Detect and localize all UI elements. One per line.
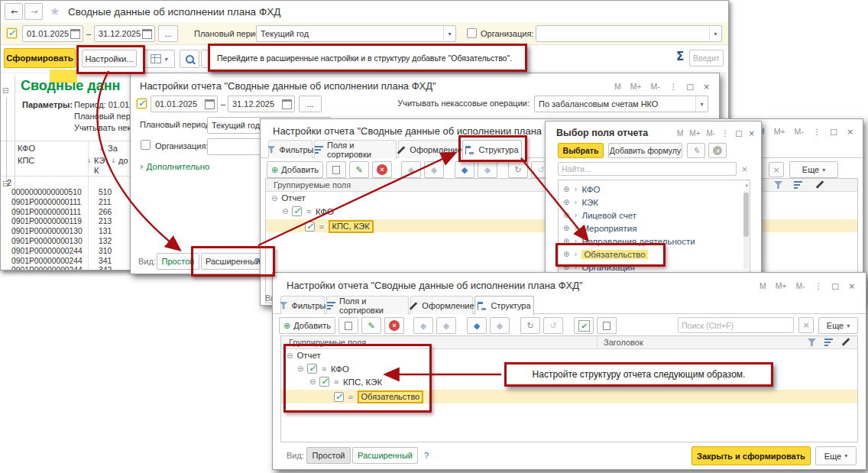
checkbox-checked[interactable]: ✓: [307, 364, 317, 374]
calendar-icon[interactable]: [142, 29, 152, 39]
edit-button[interactable]: ✎: [687, 143, 705, 158]
move-down-button[interactable]: ◆: [436, 317, 456, 334]
chevron-right-icon[interactable]: ›: [574, 211, 577, 219]
maximize-icon[interactable]: □: [735, 129, 742, 138]
m-minus-button[interactable]: М-: [706, 129, 715, 138]
add-button[interactable]: ⊕Добавить: [267, 161, 323, 178]
m-minus-button[interactable]: М-: [795, 127, 804, 136]
date-from-field[interactable]: 01.01.2025: [22, 25, 83, 42]
table-row[interactable]: 0901P00000000130 132: [11, 237, 112, 247]
edit-button[interactable]: ✎: [361, 317, 381, 334]
expand-icon[interactable]: ⊕: [563, 198, 569, 206]
move-left-button[interactable]: ◆: [467, 317, 487, 334]
tree-node-report[interactable]: ⊖ Отчет: [271, 193, 306, 202]
collapse-icon[interactable]: ⊖: [271, 194, 277, 202]
move-right-button[interactable]: ◆: [478, 161, 497, 178]
maximize-icon[interactable]: □: [686, 82, 694, 91]
group-collapse-icon[interactable]: ⊟: [2, 86, 8, 95]
m-button[interactable]: М: [677, 129, 683, 138]
col-header-kps[interactable]: КПС: [18, 156, 34, 165]
collapse-icon[interactable]: ⊖: [287, 352, 293, 360]
add-button[interactable]: ⊕Добавить: [279, 317, 335, 334]
chevron-right-icon[interactable]: ›: [574, 198, 577, 206]
close-icon[interactable]: ×: [847, 127, 853, 136]
search-clear-button[interactable]: ×: [769, 162, 784, 177]
sum-sigma-icon[interactable]: Σ: [676, 50, 684, 63]
calendar-icon[interactable]: [282, 99, 292, 109]
period-more-button[interactable]: ...: [299, 96, 322, 112]
check-all-button[interactable]: ✓: [574, 317, 594, 334]
find-input[interactable]: [558, 162, 737, 176]
copy-button[interactable]: [326, 161, 346, 178]
move-left-button[interactable]: ◆: [455, 161, 474, 178]
sort-icon[interactable]: ↓: [99, 145, 104, 152]
edit-button[interactable]: ✎: [349, 161, 369, 178]
group-row-value[interactable]: 2: [7, 178, 11, 187]
group-button[interactable]: ↻: [520, 317, 540, 334]
select-button[interactable]: Выбрать: [558, 143, 604, 158]
expand-icon[interactable]: ⊕: [563, 250, 569, 258]
collapse-icon[interactable]: ⊖: [282, 207, 288, 215]
chevron-right-icon[interactable]: ›: [574, 185, 577, 193]
date-to-field[interactable]: 31.12.2025: [228, 96, 295, 112]
collapse-icon[interactable]: ⊖: [309, 377, 316, 386]
table-row[interactable]: 0000000000000510 510: [11, 188, 112, 198]
table-row[interactable]: 0901P00000000244 342: [11, 266, 112, 271]
chevron-down-icon[interactable]: ▾: [709, 26, 721, 41]
plan-period-select[interactable]: Текущий год▾: [256, 25, 456, 42]
sort-icon[interactable]: ↓: [86, 157, 92, 164]
scrollbar-thumb[interactable]: [743, 193, 749, 237]
checkbox-checked[interactable]: ✓: [305, 222, 315, 232]
tree-node-report[interactable]: ⊖ Отчет: [287, 351, 321, 360]
field-list-item[interactable]: ⊕ › Лицевой счет: [559, 209, 750, 222]
table-row[interactable]: 0901P00000000111 211: [11, 198, 112, 208]
search-clear-button[interactable]: ×: [798, 317, 814, 333]
tree-node-kfo[interactable]: ⊖ ✓ ≡ КФО: [282, 206, 334, 216]
kebab-menu-icon[interactable]: ⋮: [813, 127, 821, 136]
tab-filters[interactable]: Фильтры: [280, 296, 325, 314]
more-button[interactable]: Еще▾: [818, 317, 858, 334]
org-checkbox[interactable]: [467, 28, 477, 38]
chevron-right-icon[interactable]: ›: [574, 263, 577, 271]
find-clear-icon[interactable]: ×: [741, 164, 748, 174]
date-to-field[interactable]: 31.12.2025: [94, 25, 155, 42]
kebab-menu-icon[interactable]: ⋮: [669, 82, 678, 91]
field-list-item[interactable]: ⊕ › КЭК: [559, 196, 750, 209]
expand-icon[interactable]: ⊕: [563, 237, 569, 245]
col-header-do[interactable]: до: [118, 156, 131, 165]
calendar-icon[interactable]: [205, 99, 215, 109]
group-button[interactable]: ↻: [508, 161, 528, 178]
org-checkbox[interactable]: [141, 140, 151, 150]
field-list-item[interactable]: ⊕ › Направления деятельности: [559, 235, 750, 248]
tree-node-kfo[interactable]: ⊖ ✓ ≡ КФО: [297, 364, 349, 374]
generate-button[interactable]: Сформировать: [4, 48, 76, 68]
chevron-down-icon[interactable]: ▾: [443, 26, 455, 41]
period-more-button[interactable]: ...: [158, 25, 178, 42]
m-plus-button[interactable]: М+: [630, 82, 642, 91]
tab-structure[interactable]: Структура: [462, 140, 522, 159]
additional-link[interactable]: ›Дополнительно: [140, 161, 209, 172]
checkbox-checked[interactable]: ✓: [319, 377, 329, 387]
settings-button[interactable]: Настройки...: [82, 50, 137, 67]
maximize-icon[interactable]: □: [830, 127, 837, 136]
expand-icon[interactable]: ⊕: [563, 224, 569, 232]
tree-node-kps-kek[interactable]: ⊖ ✓ ≡ КПС, КЭК: [309, 377, 382, 387]
tab-design[interactable]: Оформление: [410, 296, 473, 314]
expand-icon[interactable]: ⊕: [563, 263, 569, 271]
date-from-field[interactable]: 01.01.2025: [151, 96, 218, 112]
col-header-za[interactable]: За: [108, 144, 129, 153]
m-button[interactable]: М: [614, 82, 621, 91]
sort-column-icon[interactable]: [794, 181, 802, 189]
ungroup-button[interactable]: ↺: [543, 317, 563, 334]
scrollbar-track[interactable]: [743, 190, 749, 269]
sort-icon[interactable]: ↓: [111, 157, 116, 164]
expand-icon[interactable]: ⊕: [563, 185, 569, 193]
delete-button[interactable]: ×: [372, 161, 392, 178]
help-link[interactable]: ?: [254, 257, 259, 266]
move-right-button[interactable]: ◆: [490, 317, 510, 334]
col-header-kek[interactable]: КЭ: [94, 156, 105, 165]
checkbox-checked[interactable]: ✓: [292, 206, 302, 216]
collapse-icon[interactable]: ⊖: [297, 364, 303, 373]
help-link[interactable]: ?: [424, 451, 429, 460]
close-icon[interactable]: ×: [848, 281, 855, 290]
